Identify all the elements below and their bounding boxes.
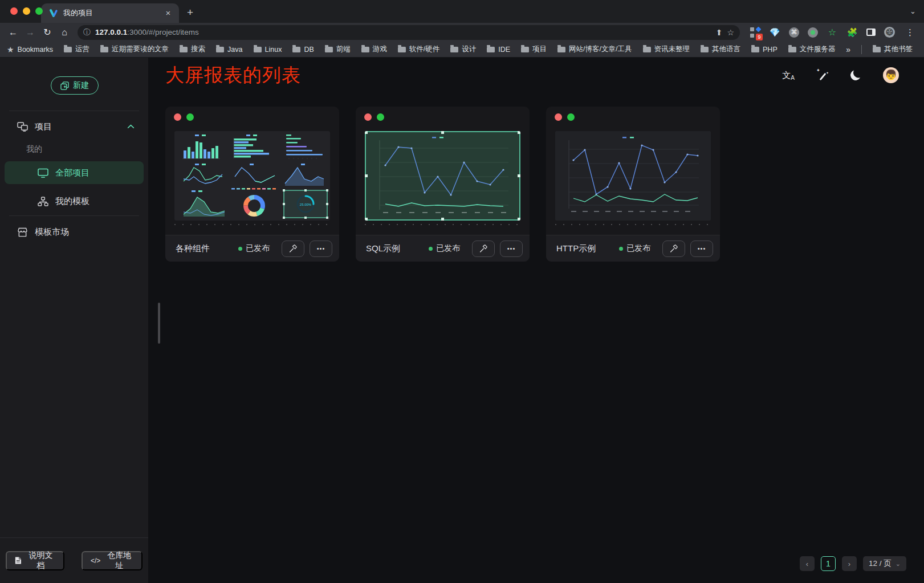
edit-project-button[interactable] (282, 240, 304, 257)
translate-cjk-glyph: 文 (782, 70, 791, 80)
translate-latin-glyph: A (791, 75, 795, 81)
project-thumbnail[interactable] (555, 131, 711, 221)
scrollbar-thumb[interactable] (158, 303, 160, 344)
bookmark-folder[interactable]: PHP (751, 46, 778, 54)
project-card-list: 25.00% 各种组件 已发布 ••• (165, 107, 720, 262)
chevron-down-icon: ⌄ (895, 560, 901, 568)
page-size-value: 12 / 页 (869, 558, 892, 569)
next-page-button[interactable]: › (842, 556, 857, 571)
red-dot-icon (174, 113, 181, 121)
bookmark-folder[interactable]: 近期需要读的文章 (100, 44, 169, 54)
bookmark-star-icon[interactable]: ☆ (727, 28, 734, 37)
bookmark-folder-label: 搜索 (191, 44, 205, 54)
project-thumbnail[interactable]: 25.00% (174, 131, 330, 221)
folder-icon (701, 47, 709, 52)
extensions-puzzle-icon[interactable]: 🧩 (846, 27, 858, 38)
dark-mode-moon-icon[interactable] (849, 69, 862, 81)
bookmark-folder-label: 前端 (336, 44, 351, 54)
bookmark-folder[interactable]: Linux (254, 46, 282, 54)
bookmark-folder[interactable]: 项目 (521, 44, 547, 54)
chevron-up-icon[interactable] (127, 124, 135, 129)
green-dot-icon (567, 113, 575, 121)
bookmark-folder[interactable]: 网站/博客/文章/工具 (557, 44, 632, 54)
project-thumbnail[interactable] (365, 131, 520, 221)
folder-icon (100, 47, 108, 52)
gem-extension-icon[interactable]: 💎 (769, 27, 780, 38)
status-badge: 已发布 (429, 243, 460, 254)
other-bookmarks[interactable]: 其他书签 (873, 44, 913, 54)
folder-icon (751, 47, 759, 52)
sparkle-icon: ✦ (826, 71, 829, 75)
sidebar-footer: 说明文档 </> 仓库地址 (0, 537, 148, 583)
more-options-button[interactable]: ••• (500, 240, 523, 257)
forward-button[interactable]: → (23, 25, 38, 40)
thumbnail-line-chart (555, 131, 711, 221)
sidebar-divider (9, 111, 139, 111)
bookmark-folder[interactable]: Java (216, 46, 242, 54)
sidebar-item-template-market[interactable]: 模板市场 (0, 221, 148, 243)
sidebar-item-all-projects[interactable]: 全部项目 (5, 161, 144, 184)
minimize-window-icon[interactable] (23, 7, 30, 15)
recorder-extension-icon[interactable] (808, 27, 818, 38)
more-options-button[interactable]: ••• (310, 240, 332, 257)
prev-page-button[interactable]: ‹ (800, 556, 815, 571)
red-dot-icon (555, 113, 562, 121)
more-options-button[interactable]: ••• (690, 240, 713, 257)
extension-badge: 9 (756, 34, 763, 40)
home-button[interactable]: ⌂ (57, 25, 72, 40)
magic-wand-icon[interactable]: ✦✦ (817, 70, 828, 81)
bookmark-folder[interactable]: 文件服务器 (788, 44, 836, 54)
green-dot-icon (811, 30, 815, 35)
fullscreen-window-icon[interactable] (35, 7, 43, 15)
bookmarks-overflow-chevron[interactable]: » (846, 45, 850, 54)
bookmark-folder[interactable]: IDE (487, 46, 510, 54)
bookmark-folder[interactable]: 软件/硬件 (398, 44, 439, 54)
docs-button[interactable]: 说明文档 (6, 551, 64, 570)
folder-icon (487, 47, 495, 52)
bookmark-folder[interactable]: 资讯未整理 (643, 44, 690, 54)
project-card[interactable]: 25.00% 各种组件 已发布 ••• (165, 107, 339, 262)
bookmark-folder-label: 网站/博客/文章/工具 (569, 44, 632, 54)
project-card[interactable]: HTTP示例 已发布 ••• (546, 107, 720, 262)
tab-title: 我的项目 (63, 8, 158, 18)
repo-button[interactable]: </> 仓库地址 (82, 551, 143, 570)
browser-menu-icon[interactable]: ⋮ (906, 27, 915, 38)
sidebar-item-label: 我的模板 (55, 196, 89, 207)
bookmark-folder[interactable]: DB (292, 46, 314, 54)
published-dot-icon (429, 247, 433, 251)
profile-avatar-icon[interactable]: 😄 (884, 27, 895, 38)
bookmark-folder[interactable]: 搜索 (180, 44, 205, 54)
browser-tab[interactable]: 我的项目 × (41, 3, 179, 23)
star-extension-icon[interactable]: ☆ (827, 27, 838, 38)
sidebar-item-my-templates[interactable]: 我的模板 (5, 190, 144, 213)
project-card[interactable]: SQL示例 已发布 ••• (356, 107, 530, 262)
ellipsis-icon: ••• (507, 245, 516, 252)
side-panel-icon[interactable] (866, 28, 876, 36)
folder-icon (180, 47, 188, 52)
address-bar[interactable]: ⓘ 127.0.0.1:3000/#/project/items ⬆ ☆ (78, 25, 740, 40)
share-icon[interactable]: ⬆ (716, 28, 723, 37)
new-tab-button[interactable]: + (187, 6, 193, 19)
bookmark-folder[interactable]: 运营 (64, 44, 89, 54)
close-window-icon[interactable] (10, 7, 18, 15)
edit-project-button[interactable] (662, 240, 685, 257)
bookmark-folder[interactable]: 游戏 (361, 44, 387, 54)
tab-groups-extension-icon[interactable]: 9 (750, 27, 760, 38)
current-page[interactable]: 1 (821, 556, 836, 571)
page-size-select[interactable]: 12 / 页⌄ (863, 556, 906, 571)
user-avatar[interactable]: 👦 (883, 67, 899, 83)
site-info-icon[interactable]: ⓘ (83, 27, 91, 38)
new-project-button[interactable]: 新建 (51, 76, 99, 95)
tab-search-icon[interactable]: ⌄ (910, 7, 916, 15)
bookmark-folder[interactable]: 其他语言 (701, 44, 740, 54)
edit-project-button[interactable] (472, 240, 495, 257)
back-button[interactable]: ← (6, 25, 21, 40)
command-extension-icon[interactable]: ⌘ (789, 27, 799, 38)
tab-close-icon[interactable]: × (163, 8, 173, 18)
bookmarks-root[interactable]: ★Bookmarks (7, 45, 53, 54)
reload-button[interactable]: ↻ (40, 25, 55, 40)
bookmark-folder[interactable]: 设计 (450, 44, 476, 54)
sidebar-section-projects[interactable]: 项目 (0, 116, 148, 137)
language-icon[interactable]: 文A (782, 70, 795, 81)
bookmark-folder[interactable]: 前端 (325, 44, 351, 54)
